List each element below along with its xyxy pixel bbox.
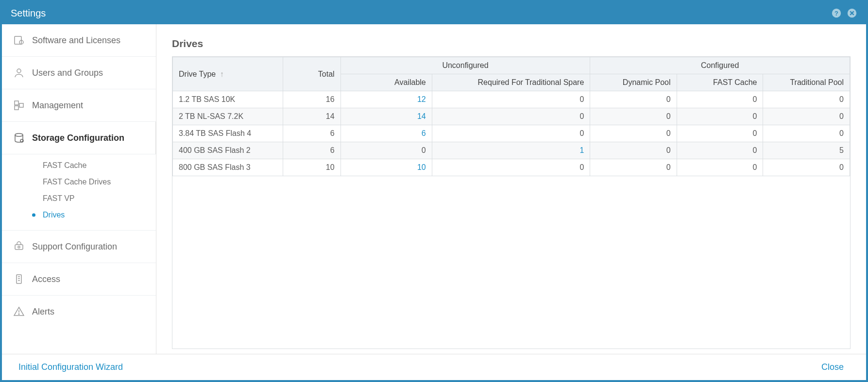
sidebar-item-access[interactable]: Access — [2, 263, 156, 296]
svg-rect-7 — [15, 106, 18, 110]
sidebar-item-users-groups[interactable]: Users and Groups — [2, 57, 156, 89]
svg-rect-8 — [19, 103, 23, 107]
storage-subgroup: FAST Cache FAST Cache Drives FAST VP Dri… — [2, 154, 156, 231]
cell-available[interactable]: 14 — [340, 108, 432, 125]
cell-fast: 0 — [677, 108, 763, 125]
col-available[interactable]: Available — [340, 74, 432, 91]
cell-dynamic: 0 — [590, 108, 677, 125]
cell-total: 16 — [283, 91, 340, 108]
cell-trad: 0 — [763, 91, 850, 108]
license-icon — [13, 34, 25, 47]
cell-available[interactable]: 10 — [340, 159, 432, 176]
cell-spare: 0 — [432, 159, 590, 176]
cell-spare: 0 — [432, 91, 590, 108]
cell-trad: 0 — [763, 125, 850, 142]
sidebar: Software and Licenses Users and Groups M… — [2, 24, 156, 354]
title-text: Settings — [11, 8, 826, 19]
cell-fast: 0 — [677, 125, 763, 142]
cell-dynamic: 0 — [590, 159, 677, 176]
sidebar-item-label: Management — [32, 100, 83, 111]
sidebar-item-alerts[interactable]: Alerts — [2, 296, 156, 328]
table-row[interactable]: 3.84 TB SAS Flash 4660000 — [173, 125, 850, 142]
table-row[interactable]: 1.2 TB SAS 10K16120000 — [173, 91, 850, 108]
sidebar-sub-fast-vp[interactable]: FAST VP — [2, 190, 156, 207]
col-dynamic-pool[interactable]: Dynamic Pool — [590, 74, 677, 91]
svg-text:?: ? — [834, 10, 838, 17]
col-required-spare[interactable]: Required For Traditional Spare — [432, 74, 590, 91]
svg-point-9 — [15, 133, 23, 136]
cell-fast: 0 — [677, 142, 763, 159]
footer: Initial Configuration Wizard Close — [2, 354, 866, 380]
sidebar-item-label: Users and Groups — [32, 68, 103, 78]
svg-point-5 — [17, 69, 21, 73]
cell-trad: 0 — [763, 108, 850, 125]
svg-point-12 — [18, 246, 20, 248]
cell-drive-type: 400 GB SAS Flash 2 — [173, 142, 283, 159]
col-fast-cache[interactable]: FAST Cache — [677, 74, 763, 91]
sidebar-sub-fast-cache-drives[interactable]: FAST Cache Drives — [2, 174, 156, 190]
colgroup-configured: Configured — [590, 57, 850, 74]
drives-table: Drive Type ↑ Total Unconfigured Configur… — [172, 57, 850, 176]
titlebar: Settings ? — [2, 2, 866, 24]
table-row[interactable]: 400 GB SAS Flash 2601005 — [173, 142, 850, 159]
cell-total: 6 — [283, 125, 340, 142]
sidebar-sub-fast-cache[interactable]: FAST Cache — [2, 157, 156, 174]
support-icon — [13, 240, 25, 253]
user-icon — [13, 66, 25, 79]
cell-trad: 5 — [763, 142, 850, 159]
table-row[interactable]: 800 GB SAS Flash 310100000 — [173, 159, 850, 176]
wizard-link[interactable]: Initial Configuration Wizard — [18, 362, 123, 372]
cell-spare: 0 — [432, 108, 590, 125]
col-total[interactable]: Total — [283, 57, 340, 91]
sidebar-item-label: Alerts — [32, 307, 54, 317]
cell-drive-type: 1.2 TB SAS 10K — [173, 91, 283, 108]
cell-available[interactable]: 6 — [340, 125, 432, 142]
sidebar-item-label: Access — [32, 274, 60, 284]
cell-fast: 0 — [677, 159, 763, 176]
sidebar-item-storage-config[interactable]: Storage Configuration — [2, 122, 156, 154]
sidebar-item-label: Software and Licenses — [32, 35, 120, 46]
sort-asc-icon: ↑ — [220, 70, 224, 78]
close-icon[interactable] — [847, 8, 857, 18]
cell-dynamic: 0 — [590, 142, 677, 159]
col-drive-type[interactable]: Drive Type ↑ — [173, 57, 283, 91]
svg-point-18 — [18, 314, 19, 315]
page-heading: Drives — [172, 38, 851, 50]
sidebar-item-label: Storage Configuration — [32, 133, 124, 143]
svg-rect-13 — [17, 275, 21, 283]
cell-dynamic: 0 — [590, 91, 677, 108]
help-icon[interactable]: ? — [831, 8, 842, 18]
svg-rect-6 — [15, 101, 18, 105]
svg-rect-11 — [15, 245, 23, 249]
drives-table-wrap: Drive Type ↑ Total Unconfigured Configur… — [172, 56, 851, 349]
sidebar-sub-drives[interactable]: Drives — [2, 207, 156, 223]
cell-spare[interactable]: 1 — [432, 142, 590, 159]
cell-drive-type: 2 TB NL-SAS 7.2K — [173, 108, 283, 125]
col-traditional-pool[interactable]: Traditional Pool — [763, 74, 850, 91]
cell-total: 10 — [283, 159, 340, 176]
sidebar-item-label: Support Configuration — [32, 242, 117, 252]
cell-trad: 0 — [763, 159, 850, 176]
access-icon — [13, 273, 25, 285]
alert-icon — [13, 305, 25, 318]
close-button[interactable]: Close — [821, 362, 844, 372]
management-icon — [13, 99, 25, 112]
content-pane: Drives Drive Type ↑ Total Unconfigured C… — [156, 24, 866, 354]
cell-drive-type: 800 GB SAS Flash 3 — [173, 159, 283, 176]
cell-available: 0 — [340, 142, 432, 159]
cell-fast: 0 — [677, 91, 763, 108]
cell-total: 6 — [283, 142, 340, 159]
sidebar-item-management[interactable]: Management — [2, 89, 156, 122]
cell-available[interactable]: 12 — [340, 91, 432, 108]
sidebar-item-software-licenses[interactable]: Software and Licenses — [2, 24, 156, 57]
cell-spare: 0 — [432, 125, 590, 142]
storage-icon — [13, 132, 25, 144]
cell-drive-type: 3.84 TB SAS Flash 4 — [173, 125, 283, 142]
cell-dynamic: 0 — [590, 125, 677, 142]
table-row[interactable]: 2 TB NL-SAS 7.2K14140000 — [173, 108, 850, 125]
cell-total: 14 — [283, 108, 340, 125]
colgroup-unconfigured: Unconfigured — [340, 57, 590, 74]
sidebar-item-support-config[interactable]: Support Configuration — [2, 231, 156, 263]
